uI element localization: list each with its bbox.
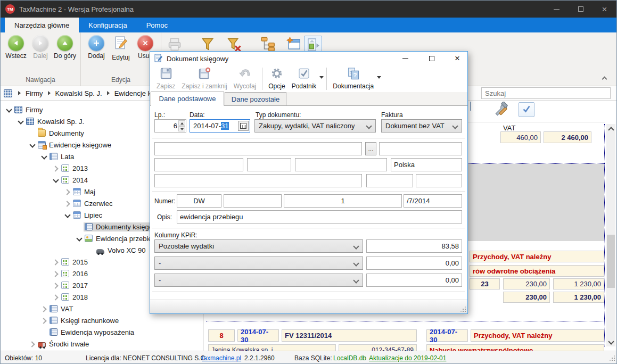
chevron-down-icon[interactable] [377, 76, 381, 79]
tree-item-srodki-trwale[interactable]: Środki trwałe [1, 338, 203, 350]
kpir-amount-input-3[interactable] [366, 274, 462, 287]
scroll-down-button[interactable] [606, 337, 615, 346]
undo-button[interactable]: Wycofaj [231, 67, 260, 90]
chevron-down-icon[interactable] [52, 176, 60, 184]
chevron-right-icon[interactable] [52, 281, 60, 289]
chevron-down-icon[interactable] [63, 211, 72, 219]
tab-narzedzia-glowne[interactable]: Narzędzia główne [5, 18, 79, 32]
forward-button[interactable]: Dalej [28, 34, 53, 60]
scrollbar-thumb[interactable] [607, 235, 615, 288]
maximize-button[interactable] [569, 1, 593, 18]
grid-cell-vat-rate[interactable]: 23 [470, 278, 500, 289]
chevron-down-icon[interactable] [40, 152, 48, 161]
contractor-extra-input[interactable] [379, 142, 462, 155]
grid-settings-button[interactable] [492, 102, 509, 119]
confirm-button[interactable] [519, 102, 534, 117]
grid-cell-nip[interactable]: 012-345-67-89 [339, 344, 417, 351]
date-field[interactable]: 2014-07-31 [190, 119, 250, 133]
resize-grip[interactable] [608, 354, 615, 361]
kpir-column-select-1[interactable]: Pozostałe wydatki [154, 239, 363, 253]
options-button[interactable]: Opcje [265, 67, 288, 90]
edit-button[interactable]: Edytuj [109, 34, 133, 61]
collapse-ribbon-button[interactable] [600, 74, 610, 81]
chevron-down-icon[interactable] [319, 76, 324, 79]
description-input[interactable] [177, 210, 462, 224]
grid-cell-vat[interactable]: 460,00 [500, 131, 541, 143]
grid-cell-total-gross[interactable]: 1 230,00 [553, 292, 604, 303]
breadcrumb-item-firmy[interactable]: Firmy [26, 89, 43, 97]
chevron-right-icon[interactable] [52, 258, 60, 266]
tab-dane-podstawowe[interactable]: Dane podstawowe [151, 92, 224, 106]
chevron-down-icon[interactable] [28, 140, 37, 149]
grid-cell-date[interactable]: 2014-07-30 [237, 329, 279, 342]
postal-code-input[interactable] [366, 174, 413, 187]
chevron-right-icon[interactable] [40, 304, 48, 313]
grid-cell-lp[interactable]: 8 [208, 329, 235, 342]
contractor-fullname-input[interactable] [154, 174, 362, 187]
grid-cell-date[interactable]: 2014-07-30 [426, 329, 468, 342]
chevron-right-icon[interactable] [52, 269, 60, 278]
chevron-right-icon[interactable] [52, 164, 60, 172]
tab-konfiguracja[interactable]: Konfiguracja [79, 18, 136, 32]
calendar-button[interactable] [238, 121, 249, 131]
tab-dane-pozostale[interactable]: Dane pozostałe [225, 92, 286, 106]
save-button[interactable]: Zapisz [153, 67, 178, 90]
dialog-close-button[interactable]: × [448, 52, 466, 65]
chevron-right-icon[interactable] [28, 340, 37, 348]
lp-stepper[interactable]: 6 [154, 119, 186, 133]
address-number-input[interactable] [247, 158, 291, 171]
chevron-right-icon[interactable] [40, 316, 48, 325]
kpir-amount-input-1[interactable] [366, 239, 462, 253]
document-type-select[interactable]: Zakupy, wydatki, VAT naliczony [254, 119, 376, 133]
nip-input[interactable] [416, 174, 462, 187]
kpir-column-select-3[interactable]: - [154, 274, 363, 287]
tab-pomoc[interactable]: Pomoc [137, 18, 177, 32]
grid-cell-gross[interactable]: 2 460,00 [544, 131, 591, 143]
kpir-column-select-2[interactable]: - [154, 257, 363, 270]
number-suffix-input[interactable] [404, 194, 462, 208]
save-and-close-button[interactable]: Zapisz i zamknij [178, 67, 230, 90]
grid-cell-category[interactable]: Przychody, VAT należny [471, 329, 604, 342]
tree-item-ewidencja-wyposazenia[interactable]: Ewidencja wyposażenia [1, 326, 203, 338]
number-prefix-input[interactable] [177, 194, 221, 208]
chevron-right-icon[interactable] [63, 199, 72, 208]
scroll-up-button[interactable] [606, 124, 615, 133]
minimize-button[interactable] [545, 1, 569, 18]
stepper-down-icon[interactable] [178, 126, 185, 131]
vertical-scrollbar[interactable] [606, 124, 615, 346]
grid-columns-button[interactable] [470, 102, 471, 110]
address-street-input[interactable] [154, 158, 243, 171]
tree-item-ksiegi-rachunkowe[interactable]: Księgi rachunkowe [1, 315, 203, 326]
grid-cell-doc-number[interactable]: FV 12311/2014 [282, 329, 417, 342]
grid-cell-gross[interactable]: 1 230,00 [553, 278, 604, 289]
up-button[interactable]: Do góry [53, 34, 77, 60]
taxpayer-button[interactable]: Podatnik [289, 67, 320, 90]
add-button[interactable]: Dodaj [84, 34, 109, 60]
website-link[interactable]: taxmachine.pl [202, 354, 241, 362]
number-middle-input[interactable] [224, 194, 282, 208]
invoice-type-select[interactable]: Dokument bez VAT [381, 119, 462, 133]
dialog-resize-grip[interactable] [459, 305, 466, 312]
grid-cell-category[interactable]: Przychody, VAT należny [470, 251, 604, 262]
breadcrumb-item-kowalski[interactable]: Kowalski Sp. J. [55, 89, 102, 97]
dialog-minimize-button[interactable] [396, 52, 414, 65]
chevron-right-icon[interactable] [52, 293, 60, 301]
dialog-maximize-button[interactable] [423, 52, 441, 65]
grid-cell-category[interactable]: Nabycie wewnątrzwspólnotowe [426, 344, 604, 351]
grid-cell-total-net[interactable]: 230,00 [503, 292, 550, 303]
back-button[interactable]: Wstecz [4, 34, 28, 60]
grid-cell-category[interactable]: rów odwrotne obciążenia [470, 265, 604, 277]
country-input[interactable] [391, 158, 462, 171]
contractor-name-input[interactable] [154, 142, 362, 155]
grid-cell-contractor[interactable]: Janina Kowalska sp. j. [208, 344, 336, 351]
address-city-input[interactable] [295, 158, 387, 171]
number-value-input[interactable] [284, 194, 402, 208]
kpir-amount-input-2[interactable] [366, 257, 462, 270]
grid-cell-net[interactable]: 230,00 [503, 278, 550, 289]
chevron-down-icon[interactable] [75, 234, 84, 243]
search-input[interactable] [481, 87, 611, 99]
updates-link[interactable]: Aktualizacje do 2019-02-01 [369, 354, 446, 362]
chevron-right-icon[interactable] [63, 187, 72, 196]
documentation-button[interactable]: ? Dokumentacja [330, 67, 377, 90]
close-button[interactable]: × [593, 1, 616, 18]
